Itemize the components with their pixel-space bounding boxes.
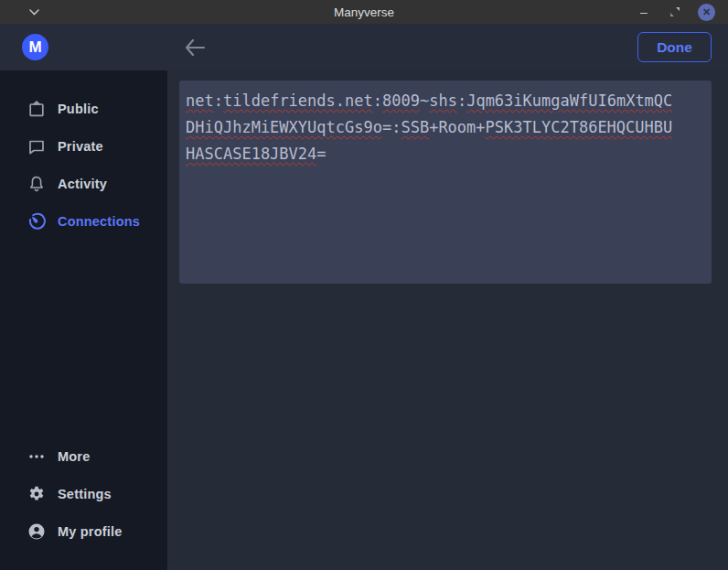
sidebar-item-label: Private	[58, 139, 103, 154]
bell-icon	[27, 175, 46, 193]
window-title: Manyverse	[0, 5, 728, 19]
close-button[interactable]: ✕	[698, 4, 715, 21]
sidebar-item-label: Activity	[58, 177, 107, 191]
sidebar-item-label: Settings	[58, 487, 112, 501]
bulletin-board-icon	[27, 100, 46, 118]
sidebar-item-label: Connections	[58, 214, 140, 229]
titlebar: Manyverse – ✕	[0, 0, 728, 24]
message-icon	[27, 137, 46, 156]
sidebar-item-connections[interactable]: Connections	[0, 202, 167, 240]
invite-code-line: net:tildefriends.net:8009~shs:Jqm63iKumg…	[186, 88, 705, 114]
sidebar-item-activity[interactable]: Activity	[0, 165, 167, 202]
restore-window-icon[interactable]	[667, 4, 683, 20]
app-header: M Done	[0, 24, 728, 70]
sidebar-item-my-profile[interactable]: My profile	[0, 512, 167, 550]
sidebar-item-more[interactable]: More	[0, 437, 167, 475]
dots-horizontal-icon	[27, 447, 46, 466]
gear-icon	[27, 485, 46, 503]
window-menu-chevron-down-icon[interactable]	[27, 5, 40, 18]
sidebar-bottom-group: More Settings My profile	[0, 437, 167, 550]
done-button[interactable]: Done	[637, 32, 712, 62]
network-gauge-icon	[27, 212, 46, 231]
sidebar-item-private[interactable]: Private	[0, 127, 167, 165]
sidebar-item-label: My profile	[58, 524, 122, 539]
invite-code-line: DHiQJhzMiEWXYUqtcGs9o=:SSB+Room+PSK3TLYC…	[186, 114, 705, 141]
invite-code-line: HASCASE18JBV24=	[186, 141, 705, 167]
sidebar-item-label: Public	[58, 102, 99, 116]
sidebar-item-public[interactable]: Public	[0, 90, 167, 127]
manyverse-logo: M	[22, 34, 48, 60]
sidebar-item-label: More	[58, 449, 90, 464]
sidebar: Public Private Activity Connections	[0, 70, 167, 570]
main-panel: net:tildefriends.net:8009~shs:Jqm63iKumg…	[167, 70, 728, 570]
sidebar-top-group: Public Private Activity Connections	[0, 90, 167, 240]
minimize-button[interactable]: –	[636, 4, 652, 20]
back-arrow-icon[interactable]	[183, 36, 207, 59]
account-circle-icon	[27, 522, 46, 541]
invite-code-textarea[interactable]: net:tildefriends.net:8009~shs:Jqm63iKumg…	[179, 81, 712, 284]
sidebar-item-settings[interactable]: Settings	[0, 475, 167, 512]
